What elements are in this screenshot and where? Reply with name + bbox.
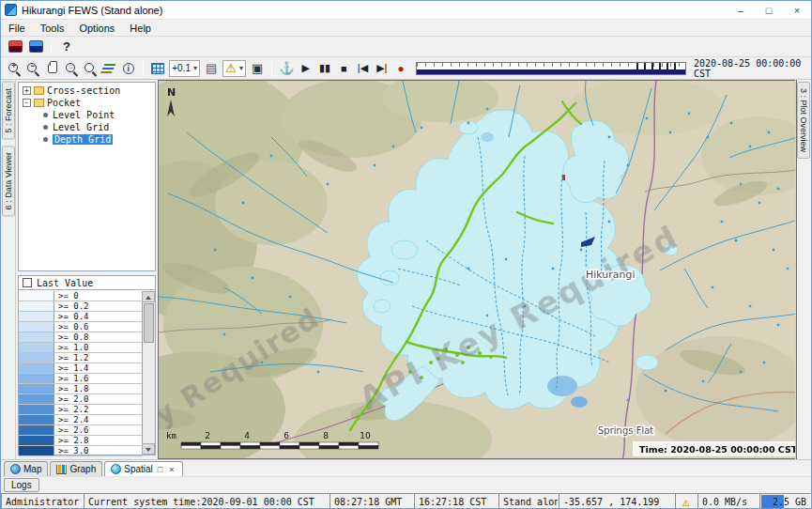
legend-swatch [19,415,54,424]
close-panel-icon[interactable]: × [167,465,176,474]
legend-label: >= 0.6 [54,322,142,332]
timeline-track [417,69,685,74]
scale-unit: km [166,431,176,440]
database-icon[interactable] [6,38,24,56]
bullet-icon [43,113,48,117]
tab-spatial[interactable]: Spatial □ × [104,461,182,476]
legend-scrollbar[interactable] [142,291,155,455]
menu-bar: File Tools Options Help [1,20,811,37]
tree-leaf-level-point[interactable]: Level Point [19,109,155,121]
pan-hand-icon[interactable] [44,59,61,78]
status-gmt-time: 08:27:18 GMT [329,493,414,509]
scroll-up-icon[interactable] [142,291,155,302]
tab-data-viewer[interactable]: 6 : Data Viewer [2,146,15,216]
info-icon[interactable]: i [120,59,137,78]
legend-row: >= 0.6 [19,322,142,332]
legend-swatch [19,394,54,404]
expander-plus-icon[interactable]: + [23,86,31,95]
pause-button[interactable]: ▮▮ [316,59,333,78]
tree-node-pocket[interactable]: - Pocket [19,97,155,109]
legend-label: >= 0.2 [54,301,142,311]
map-svg: API Key Required API Key Required Hikura… [159,81,797,459]
zoom-in-icon[interactable] [6,59,23,78]
maximize-panel-icon[interactable]: □ [156,465,164,474]
status-coordinates: -35.657 , 174.199 [559,493,675,509]
tree-leaf-depth-grid[interactable]: Depth Grid [19,133,155,146]
report-icon[interactable]: ▤ [203,59,220,78]
legend-label: >= 0 [54,291,142,301]
folder-icon [34,86,44,95]
play-button[interactable]: ▶ [298,59,314,78]
legend-row: >= 2.2 [19,405,142,415]
tree-node-cross-section[interactable]: + Cross-section [19,85,155,97]
anchor-icon[interactable]: ⚓ [278,59,295,78]
tab-map[interactable]: Map [4,461,48,476]
minimize-button[interactable]: – [727,1,755,19]
legend-label: >= 1.0 [54,343,142,352]
town-label: Hikurangi [586,269,636,281]
tab-spatial-label: Spatial [124,464,153,474]
status-warning-icon[interactable]: ⚠ [675,493,697,509]
close-button[interactable]: × [783,1,811,19]
main-area: 5 : Forecast 6 : Data Viewer + Cross-sec… [1,80,811,459]
scale-tick: 8 [323,431,329,440]
animation-display-icon[interactable]: ▣ [249,59,266,78]
legend-label: >= 2.2 [54,405,142,414]
application-window: Hikurangi FEWS (Stand alone) – □ × File … [0,0,812,509]
tree-leaf-level-grid[interactable]: Level Grid [19,121,155,133]
legend-swatch [19,436,54,445]
status-bar: Administrator Current system time:2020-0… [1,493,811,509]
interval-dropdown[interactable]: +0.1 ▾ [169,60,200,77]
help-icon[interactable]: ? [57,38,76,56]
scroll-down-icon[interactable] [142,443,155,455]
maximize-button[interactable]: □ [755,1,783,19]
zoom-rectangle-icon[interactable] [63,59,80,78]
layers-icon[interactable] [100,59,117,78]
grid-display-icon[interactable] [149,59,166,78]
scroll-thumb[interactable] [144,303,154,343]
zoom-extent-icon[interactable] [82,59,99,78]
legend-row: >= 1.4 [19,363,142,374]
map-layers-icon[interactable] [26,38,45,56]
tab-graph[interactable]: Graph [50,461,102,476]
stop-button[interactable]: ■ [335,59,352,78]
tab-forecast[interactable]: 5 : Forecast [2,82,15,140]
legend-swatch [19,446,54,455]
last-value-checkbox[interactable] [23,278,32,287]
legend-row: >= 0.8 [19,332,142,343]
tab-plot-overview[interactable]: 3 : Plot Overview [797,82,810,159]
legend-swatch [19,363,54,373]
warning-dropdown[interactable]: ⚠ ▾ [222,60,246,77]
legend-row: >= 1.6 [19,374,142,384]
legend-label: >= 2.0 [54,394,142,404]
logs-button[interactable]: Logs [4,478,39,492]
tab-graph-label: Graph [69,464,96,474]
scale-tick: 4 [244,431,250,440]
status-mode: Stand alone [498,493,559,509]
bottom-tab-bar: Map Graph Spatial □ × [1,459,811,476]
menu-options[interactable]: Options [71,20,122,36]
scale-tick: 2 [205,431,210,440]
record-button[interactable]: ● [392,59,409,78]
folder-icon [34,99,44,107]
legend-swatch [19,301,54,311]
expander-minus-icon[interactable]: - [23,99,31,107]
chevron-down-icon: ▾ [193,64,197,72]
window-title: Hikurangi FEWS (Stand alone) [22,5,162,16]
skip-end-button[interactable]: ▶| [374,59,391,78]
timeline-slider[interactable] [416,62,686,75]
legend-row: >= 3.0 [19,446,142,456]
map-canvas[interactable]: API Key Required API Key Required Hikura… [158,80,797,459]
legend-swatch [19,374,54,383]
menu-tools[interactable]: Tools [33,20,72,36]
legend-label: >= 1.4 [54,363,142,373]
skip-start-button[interactable]: |◀ [354,59,371,78]
menu-help[interactable]: Help [122,20,159,36]
legend-label: >= 1.8 [54,384,142,393]
legend-swatch [19,343,54,352]
bullet-icon [43,137,48,142]
zoom-out-icon[interactable] [24,59,41,78]
legend-row: >= 2.4 [19,415,142,425]
menu-file[interactable]: File [1,20,33,36]
legend-swatch [19,312,54,321]
